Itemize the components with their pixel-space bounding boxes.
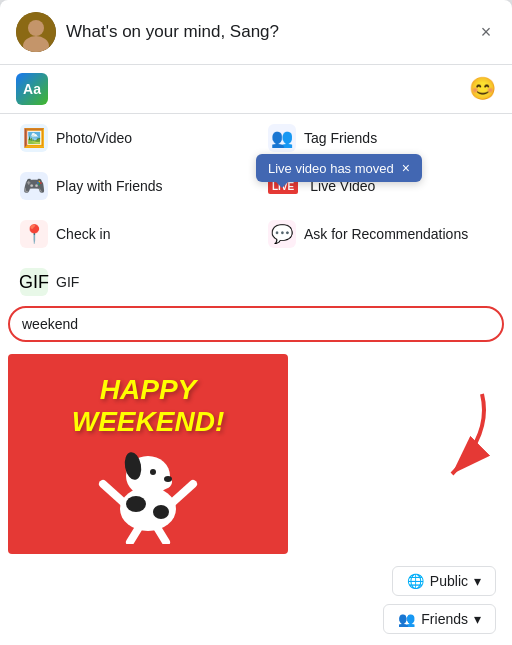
tag-friends-icon: 👥	[268, 124, 296, 152]
chevron-down-icon-2: ▾	[474, 611, 481, 627]
create-post-modal: What's on your mind, Sang? × Aa 😊 🖼️ Pho…	[0, 0, 512, 645]
public-audience-button[interactable]: 🌐 Public ▾	[392, 566, 496, 596]
emoji-button[interactable]: 😊	[469, 76, 496, 102]
gif-search-input[interactable]	[8, 306, 504, 342]
avatar	[16, 12, 56, 52]
svg-point-13	[126, 496, 146, 512]
globe-icon: 🌐	[407, 573, 424, 589]
gif-label: GIF	[56, 274, 79, 290]
svg-point-1	[28, 20, 44, 36]
close-button[interactable]: ×	[472, 18, 500, 46]
live-tooltip-close-button[interactable]: ×	[402, 160, 410, 176]
photo-video-icon: 🖼️	[20, 124, 48, 152]
friends-label: Friends	[421, 611, 468, 627]
friends-audience-button[interactable]: 👥 Friends ▾	[383, 604, 496, 634]
svg-line-12	[158, 529, 166, 542]
live-tooltip: Live video has moved ×	[256, 154, 422, 182]
gif-preview-text: HAPPY WEEKEND!	[28, 374, 268, 438]
svg-point-14	[153, 505, 169, 519]
tag-friends-label: Tag Friends	[304, 130, 377, 146]
audience-selectors: 🌐 Public ▾ 👥 Friends ▾	[0, 558, 512, 642]
play-friends-label: Play with Friends	[56, 178, 163, 194]
post-options-grid: 🖼️ Photo/Video 👥 Tag Friends 🎮 Play with…	[0, 114, 512, 306]
chevron-down-icon: ▾	[474, 573, 481, 589]
gif-icon: GIF	[20, 268, 48, 296]
photo-video-option[interactable]: 🖼️ Photo/Video	[8, 114, 256, 162]
recommendations-label: Ask for Recommendations	[304, 226, 468, 242]
recommendations-icon: 💬	[268, 220, 296, 248]
gif-option[interactable]: GIF GIF	[8, 258, 256, 306]
svg-line-10	[173, 484, 193, 502]
red-arrow	[412, 384, 492, 488]
snoopy-image	[88, 424, 208, 544]
svg-point-6	[164, 476, 172, 482]
modal-title: What's on your mind, Sang?	[66, 22, 496, 42]
font-style-icon[interactable]: Aa	[16, 73, 48, 105]
gif-preview: HAPPY WEEKEND!	[8, 354, 288, 554]
live-video-option[interactable]: Live video has moved × LIVE Live Video	[256, 162, 504, 210]
check-in-label: Check in	[56, 226, 110, 242]
check-in-icon: 📍	[20, 220, 48, 248]
play-friends-icon: 🎮	[20, 172, 48, 200]
svg-line-11	[130, 529, 138, 542]
public-label: Public	[430, 573, 468, 589]
recommendations-option[interactable]: 💬 Ask for Recommendations	[256, 210, 504, 258]
play-with-friends-option[interactable]: 🎮 Play with Friends	[8, 162, 256, 210]
photo-video-label: Photo/Video	[56, 130, 132, 146]
check-in-option[interactable]: 📍 Check in	[8, 210, 256, 258]
live-tooltip-text: Live video has moved	[268, 161, 394, 176]
svg-point-7	[150, 469, 156, 475]
svg-line-9	[103, 484, 123, 502]
friends-icon: 👥	[398, 611, 415, 627]
post-toolbar: Aa 😊	[0, 65, 512, 114]
gif-search-area	[0, 306, 512, 350]
modal-header: What's on your mind, Sang? ×	[0, 0, 512, 65]
